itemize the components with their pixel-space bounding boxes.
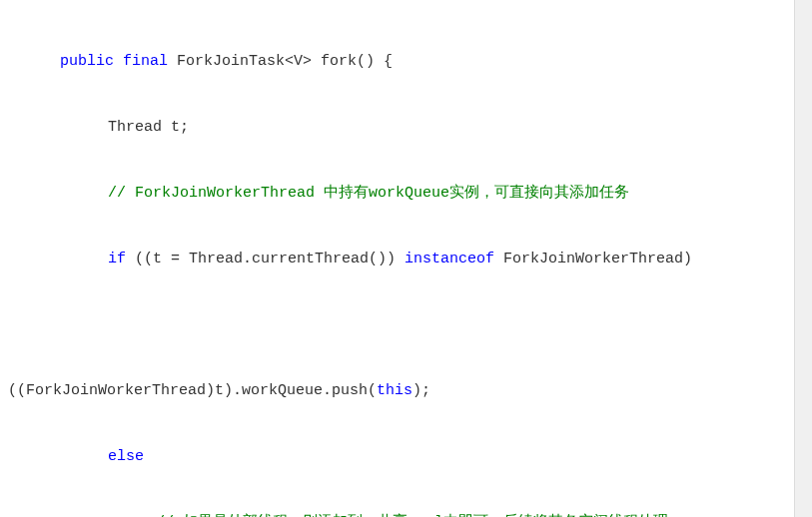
keyword-public: public bbox=[60, 53, 114, 70]
statement: ((ForkJoinWorkerThread)t).workQueue.push… bbox=[8, 382, 377, 399]
condition-part: ((t = Thread.currentThread()) bbox=[126, 251, 405, 267]
code-line: Thread t; bbox=[8, 111, 787, 144]
statement-end: ); bbox=[412, 382, 430, 399]
code-block: public final ForkJoinTask<V> fork() { Th… bbox=[8, 12, 787, 517]
method-signature: ForkJoinTask<V> fork() { bbox=[168, 53, 393, 70]
keyword-else: else bbox=[108, 448, 144, 465]
blank-line bbox=[8, 308, 787, 341]
code-line: if ((t = Thread.currentThread()) instanc… bbox=[8, 243, 787, 275]
comment: // ForkJoinWorkerThread 中持有workQueue实例，可… bbox=[108, 185, 629, 202]
code-line: // 如果是外部线程，则添加到一共享pool中即可，后续将其各空闲线程处理 bbox=[8, 506, 787, 517]
keyword-instanceof: instanceof bbox=[405, 251, 494, 267]
code-line: public final ForkJoinTask<V> fork() { bbox=[8, 45, 787, 78]
code-line: ((ForkJoinWorkerThread)t).workQueue.push… bbox=[8, 374, 787, 407]
scrollbar-track[interactable] bbox=[794, 0, 812, 517]
keyword-final: final bbox=[123, 53, 168, 70]
code-line: else bbox=[8, 440, 787, 473]
keyword-this: this bbox=[377, 382, 412, 399]
condition-wrap: ForkJoinWorkerThread) bbox=[503, 251, 692, 267]
statement: Thread t; bbox=[108, 119, 189, 136]
code-line: // ForkJoinWorkerThread 中持有workQueue实例，可… bbox=[8, 177, 787, 210]
keyword-if: if bbox=[108, 251, 126, 267]
